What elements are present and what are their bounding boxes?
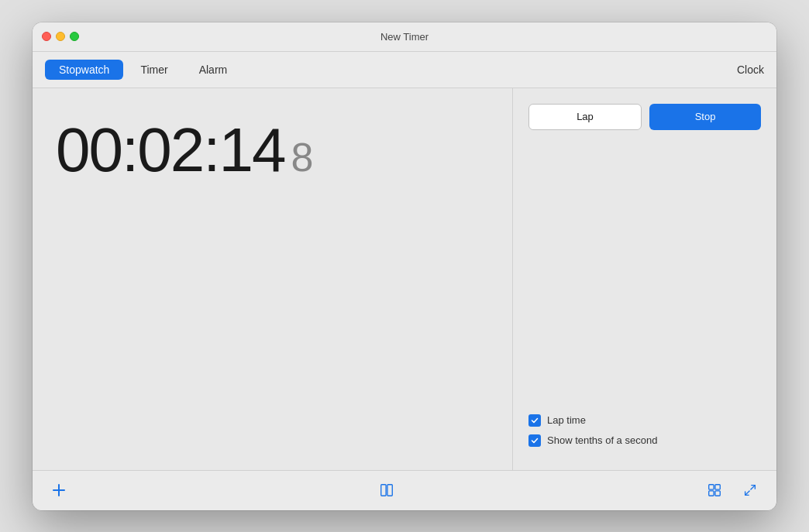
maximize-button[interactable]: [70, 32, 79, 41]
bottom-toolbar: [33, 470, 776, 510]
plus-icon: [51, 482, 67, 498]
stopwatch-display-panel: 00:02:14 8: [33, 88, 513, 470]
svg-rect-6: [709, 491, 714, 496]
close-button[interactable]: [42, 32, 51, 41]
svg-rect-5: [715, 485, 720, 489]
add-timer-button[interactable]: [48, 479, 70, 501]
tab-alarm[interactable]: Alarm: [185, 60, 242, 80]
book-view-button[interactable]: [376, 479, 398, 501]
checkmark-icon: [531, 417, 539, 424]
tab-group: Stopwatch Timer Alarm: [45, 60, 737, 80]
time-display: 00:02:14 8: [56, 119, 313, 181]
expand-button[interactable]: [739, 479, 761, 501]
lap-time-checkbox[interactable]: [528, 414, 541, 427]
app-window: New Timer Stopwatch Timer Alarm Clock 00…: [33, 22, 776, 510]
lap-button[interactable]: Lap: [528, 104, 642, 130]
time-main: 00:02:14: [56, 119, 284, 181]
tab-bar: Stopwatch Timer Alarm Clock: [33, 52, 776, 88]
lap-time-label: Lap time: [547, 414, 586, 426]
controls-panel: Lap Stop Lap time: [513, 88, 776, 470]
show-tenths-checkbox-row[interactable]: Show tenths of a second: [528, 434, 761, 447]
options-checkboxes: Lap time Show tenths of a second: [528, 414, 761, 455]
toolbar-center: [376, 479, 398, 501]
show-tenths-label: Show tenths of a second: [547, 434, 657, 446]
window-title: New Timer: [380, 31, 429, 43]
toolbar-left: [48, 479, 70, 501]
svg-rect-3: [387, 485, 392, 496]
svg-rect-2: [381, 485, 386, 496]
traffic-lights: [42, 32, 79, 41]
toolbar-right: [704, 479, 761, 501]
tab-timer[interactable]: Timer: [126, 60, 181, 80]
title-bar: New Timer: [33, 22, 776, 52]
tab-stopwatch[interactable]: Stopwatch: [45, 60, 123, 80]
stop-button[interactable]: Stop: [649, 104, 761, 130]
tab-clock[interactable]: Clock: [737, 60, 764, 80]
svg-line-9: [745, 491, 749, 495]
checkmark-icon-2: [531, 437, 539, 444]
show-tenths-checkbox[interactable]: [528, 434, 541, 447]
svg-line-8: [751, 486, 755, 489]
svg-rect-4: [709, 485, 714, 489]
book-icon: [379, 482, 394, 498]
main-content: 00:02:14 8 Lap Stop Lap time: [33, 88, 776, 470]
action-buttons: Lap Stop: [528, 104, 761, 130]
spacer: [528, 139, 761, 405]
minimize-button[interactable]: [56, 32, 65, 41]
time-tenths: 8: [291, 137, 313, 177]
tile-view-button[interactable]: [704, 479, 725, 501]
expand-icon: [742, 482, 758, 498]
lap-time-checkbox-row[interactable]: Lap time: [528, 414, 761, 427]
svg-rect-7: [715, 491, 720, 496]
tile-icon: [707, 482, 722, 498]
